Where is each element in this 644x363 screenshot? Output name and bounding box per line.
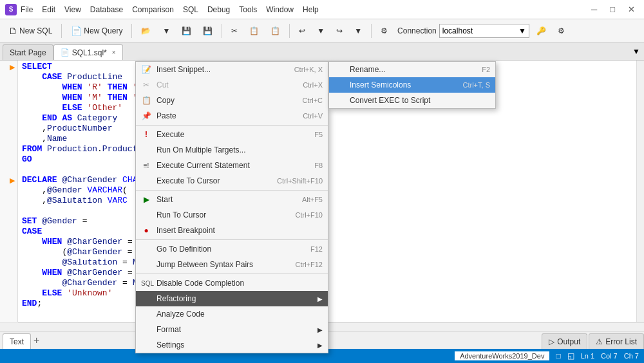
menu-window[interactable]: Window — [266, 5, 294, 14]
menu-sql[interactable]: SQL — [183, 5, 198, 14]
toolbar-btn-4[interactable]: 💾 — [198, 23, 217, 39]
menu-separator-3 — [136, 239, 328, 240]
gutter-line: ▶ — [0, 175, 17, 185]
toolbar-btn-cut[interactable]: ✂ — [227, 23, 242, 39]
menu-start[interactable]: ▶ Start Alt+F5 — [136, 192, 328, 207]
add-tab-button[interactable]: + — [33, 333, 39, 348]
toolbar-btn-2[interactable]: ▼ — [158, 23, 175, 39]
menu-tools[interactable]: Tools — [239, 5, 257, 14]
gutter-line — [0, 288, 17, 299]
menu-insert-snippet[interactable]: 📝 Insert Snippet... Ctrl+K, X — [136, 62, 328, 77]
gutter-line — [0, 196, 17, 206]
toolbar-btn-conn-settings[interactable]: 🔑 — [532, 23, 551, 39]
menu-paste[interactable]: 📌 Paste Ctrl+V — [136, 108, 328, 124]
tab-output[interactable]: ▷ Output — [542, 333, 587, 349]
menu-analyze[interactable]: Analyze Code — [136, 306, 328, 322]
menu-edit[interactable]: Edit — [42, 5, 55, 14]
toolbar-separator — [61, 24, 62, 38]
submenu-rename[interactable]: Rename... F2 — [329, 62, 495, 77]
refactoring-submenu: Rename... F2 Insert Semicolons Ctrl+T, S… — [328, 61, 496, 109]
start-icon: ▶ — [141, 195, 151, 204]
toolbar-btn-redo-drop[interactable]: ▼ — [350, 23, 366, 39]
execute-current-icon: ≡! — [141, 162, 151, 169]
gutter-line — [0, 134, 17, 144]
menu-format[interactable]: Format ▶ — [136, 322, 328, 337]
format-arrow: ▶ — [317, 326, 323, 333]
maximize-button[interactable]: □ — [606, 3, 619, 15]
menu-insert-breakpoint[interactable]: ● Insert Breakpoint — [136, 223, 328, 238]
toolbar-btn-3[interactable]: 💾 — [177, 23, 196, 39]
menu-jump-syntax[interactable]: Jump Between Syntax Pairs Ctrl+F12 — [136, 257, 328, 272]
tab-start-page[interactable]: Start Page — [3, 44, 53, 60]
new-sql-button[interactable]: 🗋 New SQL — [4, 23, 57, 39]
copy-icon: 📋 — [141, 96, 151, 105]
submenu-convert-exec[interactable]: Convert EXEC to Script — [329, 93, 495, 108]
menu-help[interactable]: Help — [303, 5, 319, 14]
menu-cut[interactable]: ✂ Cut Ctrl+X — [136, 77, 328, 93]
menu-copy[interactable]: 📋 Copy Ctrl+C — [136, 93, 328, 108]
scroll-corner-right — [636, 322, 644, 331]
gutter-line — [0, 185, 17, 196]
connection-dropdown[interactable]: localhost ▼ — [439, 24, 529, 38]
menu-run-multiple[interactable]: Run On Multiple Targets... — [136, 142, 328, 158]
menu-database[interactable]: Database — [90, 5, 123, 14]
tab-text[interactable]: Text — [3, 333, 31, 349]
editor-scrollbar[interactable] — [636, 60, 644, 322]
gutter-line — [0, 103, 17, 113]
menu-goto-definition[interactable]: Go To Definition F12 — [136, 241, 328, 257]
tab-error-list[interactable]: ⚠ Error List — [589, 333, 644, 349]
close-button[interactable]: ✕ — [624, 3, 639, 15]
menu-disable-completion[interactable]: SQL Disable Code Completion — [136, 275, 328, 291]
menu-settings[interactable]: Settings ▶ — [136, 337, 328, 353]
menu-comparison[interactable]: Comparison — [132, 5, 174, 14]
menu-bar: File Edit View Database Comparison SQL D… — [21, 5, 319, 14]
new-query-button[interactable]: 📄 New Query — [66, 23, 127, 39]
gutter-line — [0, 206, 17, 216]
status-ln: Ln 1 — [581, 352, 594, 360]
execute-icon: ! — [141, 130, 151, 139]
toolbar-btn-paste[interactable]: 📋 — [266, 23, 285, 39]
toolbar-btn-settings[interactable]: ⚙ — [376, 23, 392, 39]
paste-icon: 📌 — [141, 111, 151, 120]
toolbar-btn-redo[interactable]: ↪ — [332, 23, 347, 39]
gutter-line: ▶ — [0, 62, 17, 72]
toolbar-btn-undo[interactable]: ↩ — [294, 23, 310, 39]
window-controls: ─ □ ✕ — [587, 3, 639, 15]
gutter-line — [0, 144, 17, 154]
tab-sql1[interactable]: 📄 SQL1.sql* × — [53, 44, 123, 60]
menu-execute[interactable]: ! Execute F5 — [136, 127, 328, 142]
cut-icon: ✂ — [141, 80, 151, 89]
toolbar-btn-conn-options[interactable]: ⚙ — [553, 23, 569, 39]
toolbar-separator-4 — [289, 24, 290, 38]
toolbar: 🗋 New SQL 📄 New Query 📂 ▼ 💾 💾 ✂ 📋 📋 ↩ ▼ … — [0, 19, 644, 42]
status-icon-1[interactable]: □ — [556, 351, 560, 360]
status-icon-2[interactable]: ◱ — [567, 351, 574, 360]
toolbar-btn-1[interactable]: 📂 — [137, 23, 155, 39]
gutter-line — [0, 299, 17, 309]
tab-sql1-close[interactable]: × — [112, 49, 116, 56]
menu-run-cursor[interactable]: Run To Cursor Ctrl+F10 — [136, 207, 328, 223]
menu-view[interactable]: View — [64, 5, 81, 14]
menu-file[interactable]: File — [21, 5, 33, 14]
title-bar: S File Edit View Database Comparison SQL… — [0, 0, 644, 19]
menu-refactoring[interactable]: Refactoring ▶ — [136, 291, 328, 306]
app-logo: S — [5, 4, 17, 15]
menu-debug[interactable]: Debug — [207, 5, 230, 14]
connection-label: Connection — [397, 26, 437, 35]
submenu-insert-semicolons[interactable]: Insert Semicolons Ctrl+T, S — [329, 77, 495, 93]
error-icon: ⚠ — [596, 337, 603, 346]
tab-bar: Start Page 📄 SQL1.sql* × ▼ — [0, 42, 644, 60]
context-menu: 📝 Insert Snippet... Ctrl+K, X ✂ Cut Ctrl… — [135, 61, 328, 353]
gutter-line — [0, 72, 17, 82]
toolbar-btn-copy[interactable]: 📋 — [245, 23, 263, 39]
toolbar-separator-5 — [371, 24, 372, 38]
tab-overflow-button[interactable]: ▼ — [629, 47, 644, 56]
status-col: Col 7 — [601, 352, 618, 360]
snippet-icon: 📝 — [141, 65, 151, 74]
toolbar-btn-undo-drop[interactable]: ▼ — [312, 23, 329, 39]
gutter-line — [0, 93, 17, 103]
sql-icon: SQL — [141, 280, 151, 287]
minimize-button[interactable]: ─ — [587, 3, 601, 15]
menu-execute-cursor[interactable]: Execute To Cursor Ctrl+Shift+F10 — [136, 173, 328, 189]
menu-execute-current[interactable]: ≡! Execute Current Statement F8 — [136, 158, 328, 173]
